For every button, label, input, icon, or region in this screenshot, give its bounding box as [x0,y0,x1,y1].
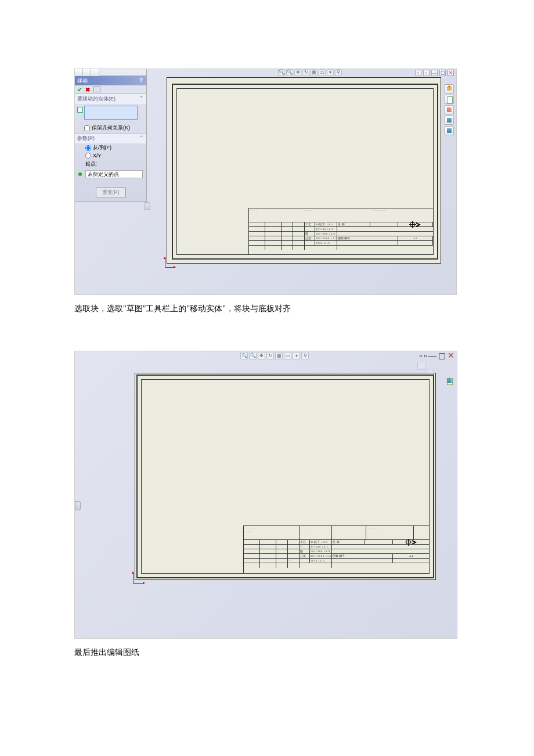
display-icon[interactable]: ▭ [284,352,291,359]
tol-1: 30以下 ±0.5 [310,540,332,544]
tol-4: 301~1000 ±1.2 [310,554,332,558]
caption-2: 最后推出编辑图纸 [74,646,460,660]
display-icon[interactable]: ▭ [319,69,326,76]
keep-relations-checkbox[interactable]: 保留几何关系(K) [75,123,146,133]
home-icon[interactable] [445,84,454,93]
document-icon[interactable] [445,95,454,104]
filter-icon[interactable]: ⚲ [335,69,342,76]
maximize-icon[interactable]: ▢ [439,70,446,76]
view-icon[interactable]: ▦ [311,69,317,76]
tol-5: 1010 ±1.5 [315,241,337,245]
ok-icon[interactable]: ✔ [77,87,82,93]
title-block: · · · · ·· · · · · · · · · · · · · · · 工… [243,525,429,573]
more-icon[interactable]: ▾ [327,69,334,76]
from-to-radio-input[interactable] [85,145,91,151]
tol-4: 301~1000 ±1.2 [315,236,337,240]
xy-radio-input[interactable] [85,153,91,159]
caption-1: 选取块，选取"草图"工具栏上的"移动实体"，将块与底板对齐 [74,302,460,316]
zoom-out-icon[interactable]: 🔍 [249,352,257,359]
pan-icon[interactable]: ✥ [258,352,265,359]
filter-icon[interactable]: ⚲ [301,352,309,359]
x-axis-icon [165,267,174,268]
origin-axes [133,571,146,584]
y-axis-icon [133,573,134,584]
panel-drag-handle[interactable] [145,202,150,210]
ghost-icon-1[interactable] [417,362,425,370]
tab-icon-2[interactable] [83,69,91,76]
refresh-icon[interactable]: ↻ [266,352,274,359]
zoom-in-icon[interactable]: 🔍 [240,352,248,359]
more-icon[interactable]: ▾ [293,352,300,359]
drawing-sheet: · · · · ·· · · · · · · · · · · · · · · 工… [172,84,438,260]
from-to-radio[interactable]: 从/到(F) [75,143,146,152]
entities-box [75,104,146,123]
paper-size: A4 [398,236,433,240]
drawing-canvas[interactable]: · · · · ·· · · · · · · · · · · · · · · 工… [135,373,436,580]
point-indicator-icon [78,172,82,176]
drawing-border: · · · · ·· · · · · · · · · · · · · · · 工… [141,379,430,574]
pin-icon[interactable] [93,87,100,92]
xy-label: X/Y [93,153,102,159]
tab-icon-3[interactable] [91,69,99,76]
tol-3: 101~300 ±0.9 [315,232,337,236]
drawing-canvas[interactable]: · · · · ·· · · · · · · · · · · · · · · 工… [167,77,441,264]
window-controls: ▫ ▫ — ▢ ✕ [413,352,454,359]
view-icon[interactable]: ▦ [275,352,283,359]
defined-point-field[interactable]: 从所定义的点 [85,170,143,178]
entity-icon [77,107,83,113]
close-icon[interactable]: ✕ [448,70,454,76]
cascade-icon[interactable]: ▫ [423,70,430,76]
tile-icon[interactable]: ▫ [415,70,421,76]
drawing-number-label: 图素编号 [337,236,399,240]
y-axis-icon [165,258,165,268]
property-manager-panel: 移动 ? ✔ ✖ 要移动的实体(E) ⌃ 保留几 [75,69,147,202]
view-icon[interactable] [445,126,454,135]
drawing-sheet: · · · · ·· · · · · · · · · · · · · · · 工… [136,375,434,578]
zoom-out-icon[interactable]: 🔍 [286,69,293,76]
paper-size: A4 [393,554,429,558]
refresh-icon[interactable]: ↻ [302,69,309,76]
maximize-icon[interactable]: ▢ [438,351,446,361]
layer-icon[interactable] [445,116,454,125]
repeat-button[interactable]: 重复(P) [96,188,126,197]
keep-relations-label: 保留几何关系(K) [92,124,130,132]
help-icon[interactable]: ? [139,76,143,85]
tol-1: 30以下 ±0.5 [315,222,337,226]
defined-point-row: 从所定义的点 [75,169,146,179]
drawing-number-label: 图素编号 [332,554,394,558]
collapse-icon[interactable]: ⌃ [139,95,144,103]
panel-title-bar: 移动 ? [75,76,146,85]
minimize-icon[interactable]: — [428,351,436,361]
panel-buttons: ✔ ✖ [75,85,146,93]
collapse-icon[interactable]: ⌃ [139,135,144,142]
from-to-label: 从/到(F) [93,144,111,152]
params-label: 参数(P) [77,135,95,142]
drawing-border: · · · · ·· · · · · · · · · · · · · · · 工… [176,88,434,255]
cascade-icon[interactable]: ▫ [424,351,427,361]
keep-relations-input[interactable] [84,125,90,131]
minimize-icon[interactable]: — [431,70,438,76]
xy-radio[interactable]: X/Y [75,152,146,159]
panel-title: 移动 [77,76,88,85]
right-toolbar [445,84,455,135]
panel-drag-handle[interactable] [75,501,81,510]
title-block: · · · · ·· · · · · · · · · · · · · · · 工… [248,208,433,254]
origin-axes [165,256,176,268]
tab-icon-1[interactable] [75,69,83,76]
tol-3: 101~300 ±0.9 [310,549,332,553]
zoom-in-icon[interactable]: 🔍 [278,69,285,76]
tool-icon[interactable] [445,105,454,114]
entity-selection-field[interactable] [84,106,138,120]
entities-section-header[interactable]: 要移动的实体(E) ⌃ [75,93,146,104]
close-icon[interactable]: ✕ [448,351,454,361]
params-section-header[interactable]: 参数(P) ⌃ [75,133,146,143]
pan-icon[interactable]: ✥ [294,69,301,76]
view-toolbar: 🔍 🔍 ✥ ↻ ▦ ▭ ▾ ⚲ [240,352,326,360]
right-toolbar [445,377,456,381]
view-toolbar: 🔍 🔍 ✥ ↻ ▦ ▭ ▾ ⚲ [278,69,359,76]
tile-icon[interactable]: ▫ [419,351,422,361]
x-axis-icon [133,583,143,584]
tol-2: 31~100 ±0.7 [315,227,337,231]
tol-2: 31~100 ±0.7 [310,545,332,549]
cancel-icon[interactable]: ✖ [85,87,90,93]
